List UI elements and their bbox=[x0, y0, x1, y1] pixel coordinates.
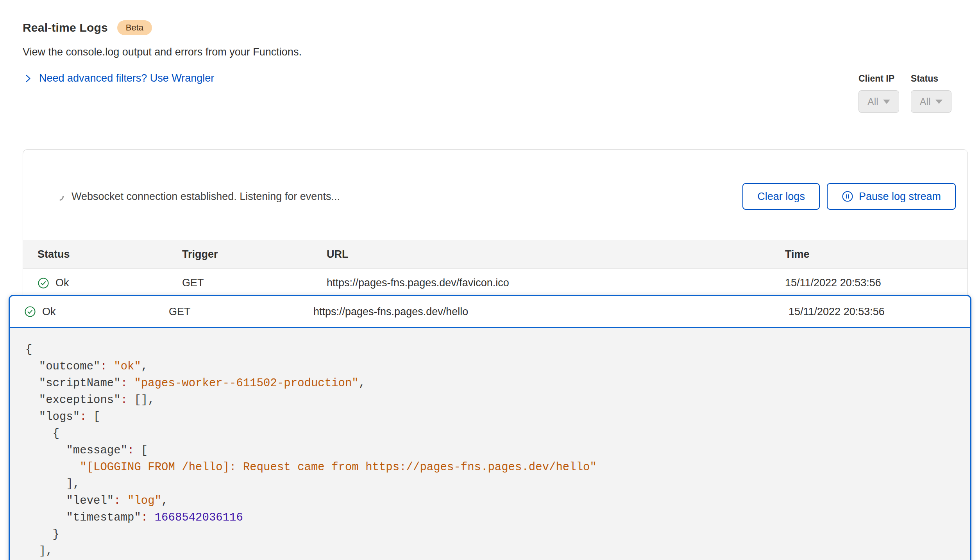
stream-actions: Clear logs Pause log stream bbox=[742, 183, 956, 210]
column-header-status: Status bbox=[38, 248, 182, 260]
page-title: Real-time Logs bbox=[23, 21, 108, 34]
time-cell: 15/11/2022 20:53:56 bbox=[785, 277, 953, 289]
caret-down-icon bbox=[883, 100, 890, 104]
title-row: Real-time Logs Beta bbox=[23, 20, 957, 35]
spinner-icon bbox=[54, 191, 66, 203]
client-ip-filter-label: Client IP bbox=[858, 73, 899, 84]
status-filter-label: Status bbox=[911, 73, 951, 84]
filter-status: Status All bbox=[911, 73, 951, 113]
log-table-row[interactable]: Ok GET https://pages-fns.pages.dev/favic… bbox=[23, 269, 967, 297]
status-filter-value: All bbox=[920, 96, 931, 107]
wrangler-link[interactable]: Need advanced filters? Use Wrangler bbox=[23, 72, 214, 84]
status-cell: Ok bbox=[24, 306, 169, 318]
expanded-log-entry: Ok GET https://pages-fns.pages.dev/hello… bbox=[9, 295, 971, 560]
expanded-log-row[interactable]: Ok GET https://pages-fns.pages.dev/hello… bbox=[10, 296, 970, 328]
stream-bar: Websocket connection established. Listen… bbox=[23, 150, 967, 240]
status-value: Ok bbox=[42, 306, 56, 318]
stream-status-text: Websocket connection established. Listen… bbox=[72, 191, 340, 203]
pause-log-stream-label: Pause log stream bbox=[859, 191, 941, 203]
column-header-url: URL bbox=[327, 248, 785, 260]
clear-logs-label: Clear logs bbox=[757, 191, 805, 203]
client-ip-filter-value: All bbox=[867, 96, 878, 107]
column-header-time: Time bbox=[785, 248, 953, 260]
column-header-trigger: Trigger bbox=[182, 248, 327, 260]
filter-client-ip: Client IP All bbox=[858, 73, 899, 113]
trigger-cell: GET bbox=[182, 277, 327, 289]
stream-status-message: Websocket connection established. Listen… bbox=[55, 191, 340, 203]
client-ip-filter-dropdown[interactable]: All bbox=[858, 90, 899, 113]
chevron-right-icon bbox=[23, 73, 33, 84]
status-filter-dropdown[interactable]: All bbox=[911, 90, 951, 113]
time-cell: 15/11/2022 20:53:56 bbox=[789, 306, 956, 318]
clear-logs-button[interactable]: Clear logs bbox=[742, 183, 820, 210]
trigger-cell: GET bbox=[169, 306, 313, 318]
check-circle-icon bbox=[24, 306, 36, 317]
wrangler-link-label: Need advanced filters? Use Wrangler bbox=[39, 72, 214, 84]
beta-badge: Beta bbox=[117, 20, 152, 35]
caret-down-icon bbox=[935, 100, 942, 104]
url-cell: https://pages-fns.pages.dev/hello bbox=[313, 306, 789, 318]
log-json-code: { "outcome": "ok", "scriptName": "pages-… bbox=[10, 328, 970, 560]
url-cell: https://pages-fns.pages.dev/favicon.ico bbox=[327, 277, 785, 289]
check-circle-icon bbox=[38, 277, 49, 289]
pause-circle-icon bbox=[842, 191, 853, 202]
log-filters: Client IP All Status All bbox=[858, 73, 951, 113]
page-header: Real-time Logs Beta View the console.log… bbox=[0, 0, 980, 84]
page-subtitle: View the console.log output and errors f… bbox=[23, 46, 957, 58]
status-value: Ok bbox=[55, 277, 69, 289]
pause-log-stream-button[interactable]: Pause log stream bbox=[827, 183, 956, 210]
status-cell: Ok bbox=[38, 277, 182, 289]
log-table-header: Status Trigger URL Time bbox=[23, 240, 967, 269]
